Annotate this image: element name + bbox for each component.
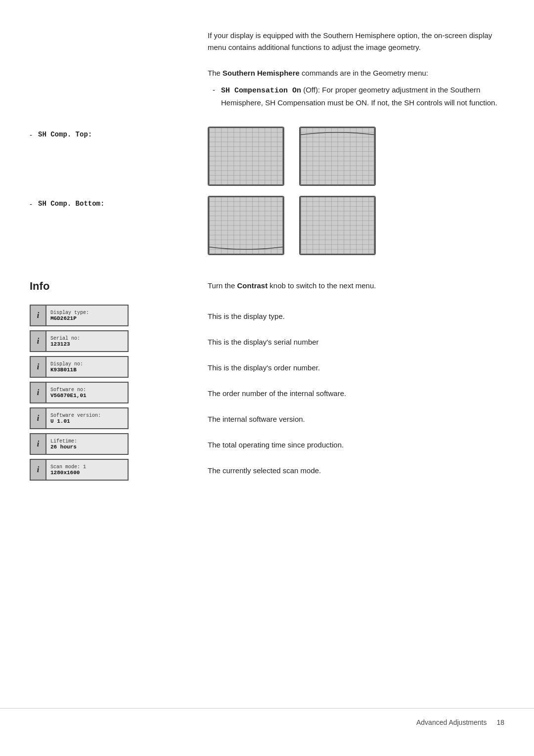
info-desc-text-3: The order number of the internal softwar…	[208, 388, 346, 400]
info-value-1: 123123	[50, 341, 80, 347]
right-col-top: If your display is equipped with the Sou…	[198, 30, 504, 115]
info-item-scan-mode: i Scan mode: 1 1280x1600	[30, 459, 129, 481]
info-desc-text-1: This is the display's serial number	[208, 337, 319, 348]
info-value-3: V5G870E1,01	[50, 393, 87, 399]
bullet-mono-1: SH Compensation On	[221, 87, 301, 95]
info-desc-text-0: This is the display type.	[208, 311, 285, 322]
info-items-list: i Display type: MGD2621P i Serial no: 12…	[30, 305, 198, 481]
info-label-5: Lifetime:	[50, 439, 77, 444]
bullet-dash-1: -	[213, 84, 215, 109]
info-desc-5: The total operating time since productio…	[208, 432, 504, 458]
info-icon-3: i	[31, 383, 46, 402]
sh-comp-bottom-img-1	[208, 196, 284, 255]
info-label-4: Software version:	[50, 413, 101, 418]
info-desc-1: This is the display's serial number	[208, 329, 504, 355]
top-section: If your display is equipped with the Sou…	[0, 30, 534, 115]
info-label-3: Software no:	[50, 387, 87, 393]
info-icon-4: i	[31, 408, 46, 428]
info-label-6: Scan mode: 1	[50, 464, 86, 470]
info-desc-4: The internal software version.	[208, 406, 504, 432]
info-label-0: Display type:	[50, 310, 89, 315]
info-intro-suffix: knob to switch to the next menu.	[267, 281, 376, 290]
info-text-6: Scan mode: 1 1280x1600	[46, 460, 90, 480]
info-icon-2: i	[31, 357, 46, 377]
info-desc-text-2: This is the display's order number.	[208, 362, 320, 374]
intro-text: If your display is equipped with the Sou…	[208, 30, 504, 53]
southern-bold: Southern Hemisphere	[222, 69, 300, 77]
sh-comp-top-label-col: - SH Comp. Top:	[30, 127, 198, 139]
content-area: If your display is equipped with the Sou…	[0, 30, 534, 708]
info-desc-3: The order number of the internal softwar…	[208, 381, 504, 406]
sh-comp-top-images	[198, 127, 376, 186]
bullet-item-1: - SH Compensation On (Off): For proper g…	[213, 84, 504, 109]
info-label-1: Serial no:	[50, 336, 80, 341]
info-right: Turn the Contrast knob to switch to the …	[198, 280, 504, 484]
info-intro-bold: Contrast	[237, 281, 267, 290]
info-desc-text-4: The internal software version.	[208, 414, 305, 425]
info-desc-text-6: The currently selected scan mode.	[208, 465, 321, 477]
info-item-display-type: i Display type: MGD2621P	[30, 305, 129, 326]
info-descriptions: This is the display type. This is the di…	[208, 304, 504, 484]
info-item-software-no: i Software no: V5G870E1,01	[30, 382, 129, 403]
info-desc-0: This is the display type.	[208, 304, 504, 329]
left-col-top	[30, 30, 198, 115]
info-text-3: Software no: V5G870E1,01	[46, 383, 90, 402]
info-item-lifetime: i Lifetime: 26 hours	[30, 433, 129, 455]
info-item-display-no: i Display no: K93B011B	[30, 356, 129, 378]
sh-comp-bottom-label-col: - SH Comp. Bottom:	[30, 196, 198, 208]
info-value-0: MGD2621P	[50, 315, 89, 321]
southern-heading: The Southern Hemisphere commands are in …	[208, 67, 504, 79]
info-desc-text-5: The total operating time since productio…	[208, 440, 344, 451]
grid-svg-top-2	[300, 128, 375, 185]
grid-svg-top-1	[209, 128, 283, 185]
info-text-2: Display no: K93B011B	[46, 357, 87, 377]
grid-section: - SH Comp. Top:	[0, 127, 534, 265]
info-item-serial: i Serial no: 123123	[30, 330, 129, 352]
info-icon-5: i	[31, 434, 46, 454]
sh-comp-top-img-2	[299, 127, 376, 186]
info-heading: Info	[30, 280, 198, 293]
info-intro: Turn the Contrast knob to switch to the …	[208, 280, 504, 292]
info-section: Info i Display type: MGD2621P i	[0, 280, 534, 484]
info-text-4: Software version: U 1.01	[46, 408, 105, 428]
footer-page: 18	[496, 718, 504, 726]
info-left: Info i Display type: MGD2621P i	[30, 280, 198, 484]
info-intro-prefix: Turn the	[208, 281, 237, 290]
sh-comp-bottom-images	[198, 196, 376, 255]
sh-comp-top-img-1	[208, 127, 284, 186]
info-value-5: 26 hours	[50, 444, 77, 450]
info-icon-6: i	[31, 460, 46, 480]
info-value-4: U 1.01	[50, 418, 101, 424]
info-value-6: 1280x1600	[50, 470, 86, 476]
bullet-list: - SH Compensation On (Off): For proper g…	[213, 84, 504, 109]
info-icon-1: i	[31, 331, 46, 351]
sh-comp-bottom-row: - SH Comp. Bottom:	[30, 196, 504, 255]
info-text-0: Display type: MGD2621P	[46, 306, 93, 325]
sh-bottom-dash: -	[30, 200, 32, 208]
info-item-software-version: i Software version: U 1.01	[30, 407, 129, 429]
info-icon-0: i	[31, 306, 46, 325]
southern-prefix: The	[208, 69, 222, 77]
sh-top-dash: -	[30, 131, 32, 139]
info-text-1: Serial no: 123123	[46, 331, 84, 351]
grid-svg-bottom-2	[300, 197, 375, 254]
grid-svg-bottom-1	[209, 197, 283, 254]
southern-suffix: commands are in the Geometry menu:	[300, 69, 428, 77]
info-value-2: K93B011B	[50, 367, 83, 373]
bullet-text-1: SH Compensation On (Off): For proper geo…	[221, 84, 504, 109]
sh-comp-top-label: SH Comp. Top:	[38, 131, 92, 138]
sh-comp-top-row: - SH Comp. Top:	[30, 127, 504, 186]
page: If your display is equipped with the Sou…	[0, 0, 534, 756]
footer-label: Advanced Adjustments	[416, 718, 487, 726]
footer: Advanced Adjustments 18	[0, 708, 534, 736]
info-label-2: Display no:	[50, 361, 83, 367]
info-desc-6: The currently selected scan mode.	[208, 458, 504, 484]
sh-comp-bottom-img-2	[299, 196, 376, 255]
info-desc-2: This is the display's order number.	[208, 355, 504, 381]
info-text-5: Lifetime: 26 hours	[46, 434, 81, 454]
sh-comp-bottom-label: SH Comp. Bottom:	[38, 200, 104, 208]
